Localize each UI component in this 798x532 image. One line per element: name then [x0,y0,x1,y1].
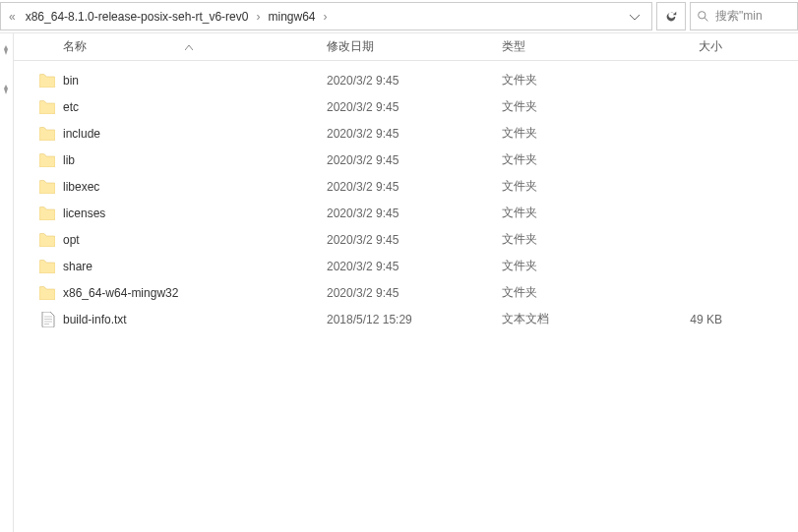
folder-icon [14,153,63,167]
file-name: build-info.txt [63,313,327,326]
file-type: 文件夹 [502,72,644,89]
breadcrumb-item-current[interactable]: mingw64 [262,6,321,28]
file-row[interactable]: bin2020/3/2 9:45文件夹 [14,67,798,93]
breadcrumb-overflow-icon[interactable]: « [5,10,20,24]
file-type: 文件夹 [502,151,644,168]
file-date: 2020/3/2 9:45 [327,207,502,220]
search-placeholder: 搜索"min [715,8,763,25]
file-rows: bin2020/3/2 9:45文件夹etc2020/3/2 9:45文件夹in… [14,61,798,332]
column-header-name[interactable]: 名称 [14,38,327,55]
column-header-name-label: 名称 [63,38,87,55]
pin-icon [1,45,11,57]
folder-icon [14,207,63,220]
folder-icon [14,74,63,88]
file-name: libexec [63,180,327,194]
refresh-button[interactable] [656,2,686,30]
file-date: 2020/3/2 9:45 [327,74,502,88]
column-header-type[interactable]: 类型 [502,38,644,55]
file-row[interactable]: share2020/3/2 9:45文件夹 [14,253,798,279]
file-type: 文件夹 [502,284,644,301]
svg-point-0 [699,12,706,19]
folder-icon [14,180,63,194]
file-size: 49 KB [644,313,742,326]
pin-icon [1,85,11,96]
file-name: licenses [63,207,327,220]
file-date: 2018/5/12 15:29 [327,313,502,326]
file-type: 文件夹 [502,98,644,115]
file-row[interactable]: etc2020/3/2 9:45文件夹 [14,93,798,120]
file-name: bin [63,74,327,88]
column-headers: 名称 修改日期 类型 大小 [14,33,798,61]
file-row[interactable]: opt2020/3/2 9:45文件夹 [14,226,798,253]
chevron-right-icon[interactable]: › [322,10,330,24]
nav-pane-collapsed[interactable] [0,33,14,532]
file-type: 文件夹 [502,231,644,248]
file-row[interactable]: x86_64-w64-mingw322020/3/2 9:45文件夹 [14,279,798,306]
file-row[interactable]: libexec2020/3/2 9:45文件夹 [14,173,798,200]
main-area: 名称 修改日期 类型 大小 bin2020/3/2 9:45文件夹etc2020… [0,33,798,532]
folder-icon [14,286,63,300]
file-date: 2020/3/2 9:45 [327,153,502,167]
address-dropdown-icon[interactable] [622,6,647,28]
column-header-date[interactable]: 修改日期 [327,38,502,55]
file-date: 2020/3/2 9:45 [327,260,502,273]
folder-icon [14,127,63,141]
file-type: 文件夹 [502,205,644,221]
address-bar[interactable]: « x86_64-8.1.0-release-posix-seh-rt_v6-r… [0,2,652,30]
text-file-icon [14,312,63,327]
file-name: opt [63,233,327,247]
sort-indicator-icon [185,41,193,52]
refresh-icon [664,10,678,24]
file-row[interactable]: include2020/3/2 9:45文件夹 [14,120,798,147]
file-name: include [63,127,327,141]
file-type: 文件夹 [502,125,644,142]
top-bar: « x86_64-8.1.0-release-posix-seh-rt_v6-r… [0,0,798,33]
file-type: 文本文档 [502,311,644,327]
file-date: 2020/3/2 9:45 [327,127,502,141]
file-row[interactable]: licenses2020/3/2 9:45文件夹 [14,200,798,226]
file-date: 2020/3/2 9:45 [327,100,502,114]
breadcrumb-item-parent[interactable]: x86_64-8.1.0-release-posix-seh-rt_v6-rev… [20,6,255,28]
search-icon [697,10,709,23]
file-date: 2020/3/2 9:45 [327,180,502,194]
file-row[interactable]: build-info.txt2018/5/12 15:29文本文档49 KB [14,306,798,332]
folder-icon [14,260,63,273]
file-type: 文件夹 [502,178,644,195]
svg-line-1 [705,18,707,21]
chevron-right-icon[interactable]: › [254,10,262,24]
column-header-size[interactable]: 大小 [644,38,742,55]
file-list-panel: 名称 修改日期 类型 大小 bin2020/3/2 9:45文件夹etc2020… [14,33,798,532]
file-name: share [63,260,327,273]
folder-icon [14,233,63,247]
file-date: 2020/3/2 9:45 [327,233,502,247]
file-name: x86_64-w64-mingw32 [63,286,327,300]
file-name: lib [63,153,327,167]
file-row[interactable]: lib2020/3/2 9:45文件夹 [14,147,798,173]
file-type: 文件夹 [502,258,644,274]
file-date: 2020/3/2 9:45 [327,286,502,300]
folder-icon [14,100,63,114]
file-name: etc [63,100,327,114]
search-box[interactable]: 搜索"min [690,2,798,30]
